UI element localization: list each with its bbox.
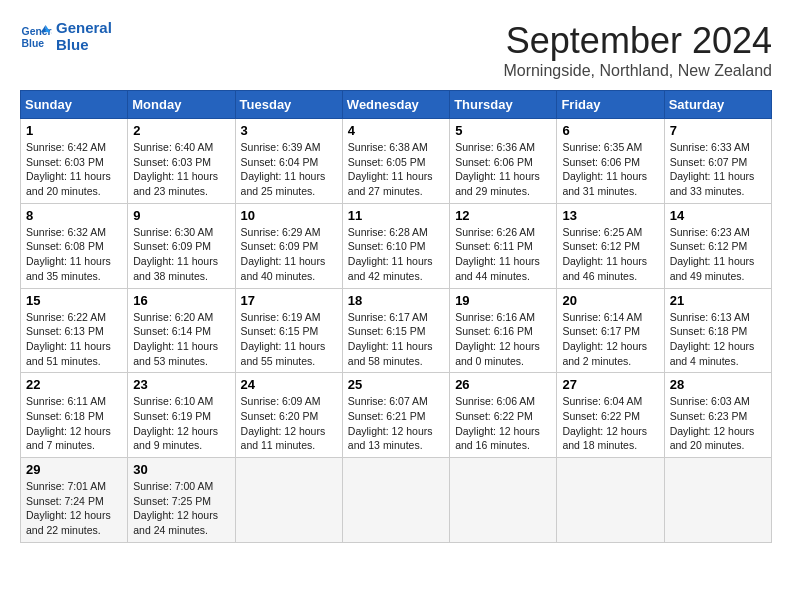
day-number: 7	[670, 123, 766, 138]
day-info: Sunrise: 7:00 AMSunset: 7:25 PMDaylight:…	[133, 479, 229, 538]
header-day-saturday: Saturday	[664, 91, 771, 119]
day-number: 16	[133, 293, 229, 308]
day-info: Sunrise: 6:35 AMSunset: 6:06 PMDaylight:…	[562, 140, 658, 199]
day-number: 4	[348, 123, 444, 138]
day-cell	[235, 458, 342, 543]
week-row-4: 22Sunrise: 6:11 AMSunset: 6:18 PMDayligh…	[21, 373, 772, 458]
title-section: September 2024 Morningside, Northland, N…	[503, 20, 772, 80]
day-cell: 19Sunrise: 6:16 AMSunset: 6:16 PMDayligh…	[450, 288, 557, 373]
header-row: SundayMondayTuesdayWednesdayThursdayFrid…	[21, 91, 772, 119]
day-info: Sunrise: 6:30 AMSunset: 6:09 PMDaylight:…	[133, 225, 229, 284]
week-row-2: 8Sunrise: 6:32 AMSunset: 6:08 PMDaylight…	[21, 203, 772, 288]
day-info: Sunrise: 6:36 AMSunset: 6:06 PMDaylight:…	[455, 140, 551, 199]
location: Morningside, Northland, New Zealand	[503, 62, 772, 80]
day-number: 24	[241, 377, 337, 392]
day-info: Sunrise: 6:04 AMSunset: 6:22 PMDaylight:…	[562, 394, 658, 453]
day-number: 30	[133, 462, 229, 477]
day-info: Sunrise: 6:23 AMSunset: 6:12 PMDaylight:…	[670, 225, 766, 284]
day-number: 15	[26, 293, 122, 308]
day-cell	[342, 458, 449, 543]
day-cell: 29Sunrise: 7:01 AMSunset: 7:24 PMDayligh…	[21, 458, 128, 543]
day-cell: 16Sunrise: 6:20 AMSunset: 6:14 PMDayligh…	[128, 288, 235, 373]
day-info: Sunrise: 6:16 AMSunset: 6:16 PMDaylight:…	[455, 310, 551, 369]
day-info: Sunrise: 6:39 AMSunset: 6:04 PMDaylight:…	[241, 140, 337, 199]
day-info: Sunrise: 6:13 AMSunset: 6:18 PMDaylight:…	[670, 310, 766, 369]
day-cell: 15Sunrise: 6:22 AMSunset: 6:13 PMDayligh…	[21, 288, 128, 373]
day-cell: 20Sunrise: 6:14 AMSunset: 6:17 PMDayligh…	[557, 288, 664, 373]
day-number: 5	[455, 123, 551, 138]
day-info: Sunrise: 6:17 AMSunset: 6:15 PMDaylight:…	[348, 310, 444, 369]
day-info: Sunrise: 6:40 AMSunset: 6:03 PMDaylight:…	[133, 140, 229, 199]
day-info: Sunrise: 6:26 AMSunset: 6:11 PMDaylight:…	[455, 225, 551, 284]
day-cell: 1Sunrise: 6:42 AMSunset: 6:03 PMDaylight…	[21, 119, 128, 204]
day-cell: 9Sunrise: 6:30 AMSunset: 6:09 PMDaylight…	[128, 203, 235, 288]
day-number: 27	[562, 377, 658, 392]
day-info: Sunrise: 6:19 AMSunset: 6:15 PMDaylight:…	[241, 310, 337, 369]
week-row-3: 15Sunrise: 6:22 AMSunset: 6:13 PMDayligh…	[21, 288, 772, 373]
day-info: Sunrise: 7:01 AMSunset: 7:24 PMDaylight:…	[26, 479, 122, 538]
day-cell: 22Sunrise: 6:11 AMSunset: 6:18 PMDayligh…	[21, 373, 128, 458]
logo: General Blue General Blue	[20, 20, 112, 53]
day-cell: 6Sunrise: 6:35 AMSunset: 6:06 PMDaylight…	[557, 119, 664, 204]
header-day-monday: Monday	[128, 91, 235, 119]
day-cell	[557, 458, 664, 543]
day-cell: 3Sunrise: 6:39 AMSunset: 6:04 PMDaylight…	[235, 119, 342, 204]
header-day-wednesday: Wednesday	[342, 91, 449, 119]
day-cell: 10Sunrise: 6:29 AMSunset: 6:09 PMDayligh…	[235, 203, 342, 288]
logo-line2: Blue	[56, 37, 112, 54]
day-info: Sunrise: 6:33 AMSunset: 6:07 PMDaylight:…	[670, 140, 766, 199]
day-number: 13	[562, 208, 658, 223]
day-cell: 21Sunrise: 6:13 AMSunset: 6:18 PMDayligh…	[664, 288, 771, 373]
day-number: 10	[241, 208, 337, 223]
day-number: 26	[455, 377, 551, 392]
day-number: 2	[133, 123, 229, 138]
day-cell: 12Sunrise: 6:26 AMSunset: 6:11 PMDayligh…	[450, 203, 557, 288]
day-info: Sunrise: 6:42 AMSunset: 6:03 PMDaylight:…	[26, 140, 122, 199]
day-number: 29	[26, 462, 122, 477]
week-row-1: 1Sunrise: 6:42 AMSunset: 6:03 PMDaylight…	[21, 119, 772, 204]
day-number: 18	[348, 293, 444, 308]
day-cell: 2Sunrise: 6:40 AMSunset: 6:03 PMDaylight…	[128, 119, 235, 204]
day-info: Sunrise: 6:07 AMSunset: 6:21 PMDaylight:…	[348, 394, 444, 453]
day-info: Sunrise: 6:03 AMSunset: 6:23 PMDaylight:…	[670, 394, 766, 453]
day-number: 19	[455, 293, 551, 308]
day-cell: 11Sunrise: 6:28 AMSunset: 6:10 PMDayligh…	[342, 203, 449, 288]
day-info: Sunrise: 6:09 AMSunset: 6:20 PMDaylight:…	[241, 394, 337, 453]
day-info: Sunrise: 6:06 AMSunset: 6:22 PMDaylight:…	[455, 394, 551, 453]
day-number: 23	[133, 377, 229, 392]
day-cell: 18Sunrise: 6:17 AMSunset: 6:15 PMDayligh…	[342, 288, 449, 373]
header-day-sunday: Sunday	[21, 91, 128, 119]
day-info: Sunrise: 6:11 AMSunset: 6:18 PMDaylight:…	[26, 394, 122, 453]
day-info: Sunrise: 6:14 AMSunset: 6:17 PMDaylight:…	[562, 310, 658, 369]
day-info: Sunrise: 6:10 AMSunset: 6:19 PMDaylight:…	[133, 394, 229, 453]
day-cell: 5Sunrise: 6:36 AMSunset: 6:06 PMDaylight…	[450, 119, 557, 204]
day-info: Sunrise: 6:38 AMSunset: 6:05 PMDaylight:…	[348, 140, 444, 199]
day-number: 1	[26, 123, 122, 138]
day-number: 9	[133, 208, 229, 223]
day-info: Sunrise: 6:32 AMSunset: 6:08 PMDaylight:…	[26, 225, 122, 284]
day-number: 22	[26, 377, 122, 392]
day-number: 21	[670, 293, 766, 308]
day-cell: 4Sunrise: 6:38 AMSunset: 6:05 PMDaylight…	[342, 119, 449, 204]
day-cell	[664, 458, 771, 543]
day-cell: 24Sunrise: 6:09 AMSunset: 6:20 PMDayligh…	[235, 373, 342, 458]
day-number: 20	[562, 293, 658, 308]
day-cell: 7Sunrise: 6:33 AMSunset: 6:07 PMDaylight…	[664, 119, 771, 204]
month-title: September 2024	[503, 20, 772, 62]
day-number: 6	[562, 123, 658, 138]
header-day-tuesday: Tuesday	[235, 91, 342, 119]
day-number: 8	[26, 208, 122, 223]
week-row-5: 29Sunrise: 7:01 AMSunset: 7:24 PMDayligh…	[21, 458, 772, 543]
day-number: 12	[455, 208, 551, 223]
day-cell: 14Sunrise: 6:23 AMSunset: 6:12 PMDayligh…	[664, 203, 771, 288]
svg-text:Blue: Blue	[22, 37, 45, 48]
day-info: Sunrise: 6:22 AMSunset: 6:13 PMDaylight:…	[26, 310, 122, 369]
day-cell: 26Sunrise: 6:06 AMSunset: 6:22 PMDayligh…	[450, 373, 557, 458]
day-number: 17	[241, 293, 337, 308]
day-info: Sunrise: 6:25 AMSunset: 6:12 PMDaylight:…	[562, 225, 658, 284]
day-number: 11	[348, 208, 444, 223]
day-number: 14	[670, 208, 766, 223]
day-number: 3	[241, 123, 337, 138]
day-cell: 30Sunrise: 7:00 AMSunset: 7:25 PMDayligh…	[128, 458, 235, 543]
day-cell: 8Sunrise: 6:32 AMSunset: 6:08 PMDaylight…	[21, 203, 128, 288]
